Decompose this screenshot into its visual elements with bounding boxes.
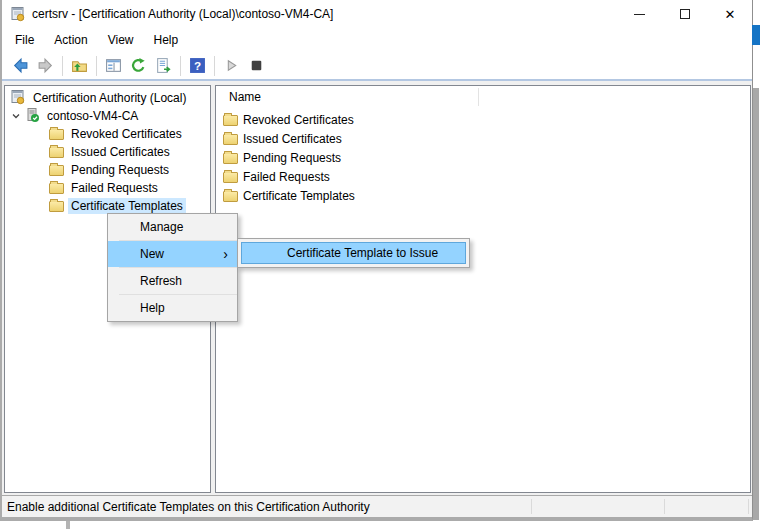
list-item-label: Pending Requests (243, 151, 341, 165)
folder-icon (49, 165, 64, 176)
list-item-failed-requests[interactable]: Failed Requests (216, 167, 750, 186)
menu-help[interactable]: Help (144, 30, 189, 50)
menu-action[interactable]: Action (44, 30, 97, 50)
back-icon[interactable] (8, 54, 33, 78)
certsrv-app-icon (10, 6, 26, 22)
toolbar-separator (180, 56, 181, 76)
background-window-fragment (752, 25, 760, 45)
results-pane: Name Revoked Certificates Issued Certifi… (215, 85, 751, 493)
list-header: Name (216, 86, 750, 108)
toolbar-separator (62, 56, 63, 76)
status-text: Enable additional Certificate Templates … (7, 500, 370, 514)
help-icon[interactable]: ? (185, 54, 210, 78)
folder-icon (49, 201, 64, 212)
tree-node-failed-requests[interactable]: Failed Requests (5, 179, 210, 197)
list-item-label: Certificate Templates (243, 189, 355, 203)
tree-node-contoso-vm4-ca[interactable]: contoso-VM4-CA (5, 107, 210, 125)
tree-node-pending-requests[interactable]: Pending Requests (5, 161, 210, 179)
console-tree: Certification Authority (Local) (5, 86, 210, 215)
maximize-button[interactable] (662, 0, 708, 28)
folder-icon (223, 172, 238, 183)
tree-node-label: Issued Certificates (68, 144, 173, 160)
column-divider[interactable] (478, 88, 479, 106)
screen: e certsrv - [Certification Authority (Lo… (0, 0, 760, 529)
folder-icon (223, 115, 238, 126)
start-service-icon[interactable] (219, 54, 244, 78)
status-panel-divider (748, 499, 749, 514)
list-item-label: Revoked Certificates (243, 113, 354, 127)
tree-node-revoked-certificates[interactable]: Revoked Certificates (5, 125, 210, 143)
title-bar: certsrv - [Certification Authority (Loca… (2, 0, 752, 28)
list-item-label: Issued Certificates (243, 132, 342, 146)
menu-file[interactable]: File (5, 30, 44, 50)
menu-view[interactable]: View (98, 30, 144, 50)
folder-icon (223, 153, 238, 164)
certification-authority-icon (10, 89, 26, 108)
list-item-certificate-templates[interactable]: Certificate Templates (216, 186, 750, 205)
status-bar: Enable additional Certificate Templates … (2, 495, 752, 517)
folder-icon (223, 134, 238, 145)
folder-icon (49, 183, 64, 194)
background-window-edge (753, 88, 759, 520)
tree-node-label: Pending Requests (68, 162, 172, 178)
export-list-icon[interactable] (151, 54, 176, 78)
list-item-revoked-certificates[interactable]: Revoked Certificates (216, 110, 750, 129)
toolbar-separator (214, 56, 215, 76)
status-panel-divider (531, 499, 532, 514)
show-hide-console-tree-icon[interactable] (101, 54, 126, 78)
stop-service-icon[interactable] (244, 54, 269, 78)
ca-server-icon (24, 107, 40, 126)
tree-node-certification-authority[interactable]: Certification Authority (Local) (5, 89, 210, 107)
new-submenu: Certificate Template to Issue (237, 238, 470, 268)
tree-node-label: Failed Requests (68, 180, 161, 196)
close-button[interactable]: ✕ (708, 0, 752, 28)
submenu-arrow-icon: › (223, 241, 228, 267)
tree-node-label: Certificate Templates (68, 198, 186, 214)
context-menu-item-new[interactable]: New › (108, 241, 237, 267)
svg-text:?: ? (194, 59, 201, 72)
close-icon: ✕ (725, 7, 736, 22)
menu-bar: File Action View Help (2, 28, 752, 52)
forward-icon[interactable] (33, 54, 58, 78)
folder-icon (49, 147, 64, 158)
context-menu-item-label: New (140, 247, 164, 261)
list-item-pending-requests[interactable]: Pending Requests (216, 148, 750, 167)
folder-icon (49, 129, 64, 140)
status-panel-divider (664, 499, 665, 514)
tree-node-issued-certificates[interactable]: Issued Certificates (5, 143, 210, 161)
tree-node-label: contoso-VM4-CA (44, 108, 141, 124)
background-line-fragment (66, 521, 70, 529)
tree-node-label: Revoked Certificates (68, 126, 185, 142)
context-menu-item-help[interactable]: Help (108, 295, 237, 321)
minimize-button[interactable] (616, 0, 662, 28)
submenu-item-certificate-template-to-issue[interactable]: Certificate Template to Issue (241, 242, 466, 264)
context-menu-item-refresh[interactable]: Refresh (108, 268, 237, 294)
folder-icon (223, 191, 238, 202)
up-one-level-icon[interactable] (67, 54, 92, 78)
context-menu-item-manage[interactable]: Manage (108, 214, 237, 240)
tree-node-label: Certification Authority (Local) (30, 90, 189, 106)
window-title: certsrv - [Certification Authority (Loca… (32, 0, 333, 28)
list-body: Revoked Certificates Issued Certificates… (216, 108, 750, 205)
minimize-icon (634, 14, 645, 15)
chevron-expanded-icon[interactable] (10, 110, 24, 122)
list-item-issued-certificates[interactable]: Issued Certificates (216, 129, 750, 148)
toolbar: ? (2, 52, 752, 79)
list-item-label: Failed Requests (243, 170, 330, 184)
context-menu: Manage New › Refresh Help (107, 213, 238, 322)
maximize-icon (680, 9, 690, 19)
refresh-icon[interactable] (126, 54, 151, 78)
toolbar-separator (96, 56, 97, 76)
name-column-header[interactable]: Name (229, 90, 261, 104)
